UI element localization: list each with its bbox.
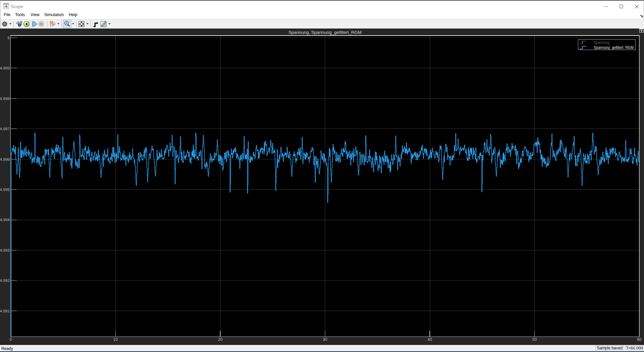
- svg-text:4.997: 4.997: [0, 127, 10, 131]
- svg-text:Spannung_gefiltert_RGM: Spannung_gefiltert_RGM: [594, 45, 634, 50]
- svg-text:40: 40: [427, 337, 432, 342]
- svg-text:50: 50: [532, 337, 537, 342]
- svg-text:20: 20: [218, 337, 223, 342]
- svg-text:4.998: 4.998: [0, 96, 10, 101]
- svg-text:60: 60: [637, 337, 642, 342]
- svg-text:10: 10: [113, 337, 118, 342]
- svg-text:4.995: 4.995: [0, 187, 10, 192]
- svg-text:4.994: 4.994: [0, 217, 10, 222]
- svg-text:4.996: 4.996: [0, 157, 10, 162]
- svg-text:Spannung, Spannung_gefiltert_R: Spannung, Spannung_gefiltert_RGM: [289, 30, 362, 35]
- svg-text:4.991: 4.991: [0, 309, 10, 313]
- svg-text:4.993: 4.993: [0, 248, 10, 253]
- svg-text:0: 0: [10, 337, 12, 342]
- svg-text:5: 5: [7, 36, 10, 40]
- svg-text:Spannung: Spannung: [594, 40, 609, 45]
- svg-text:4.999: 4.999: [0, 66, 10, 70]
- svg-text:30: 30: [323, 337, 328, 342]
- svg-text:4.992: 4.992: [0, 278, 10, 283]
